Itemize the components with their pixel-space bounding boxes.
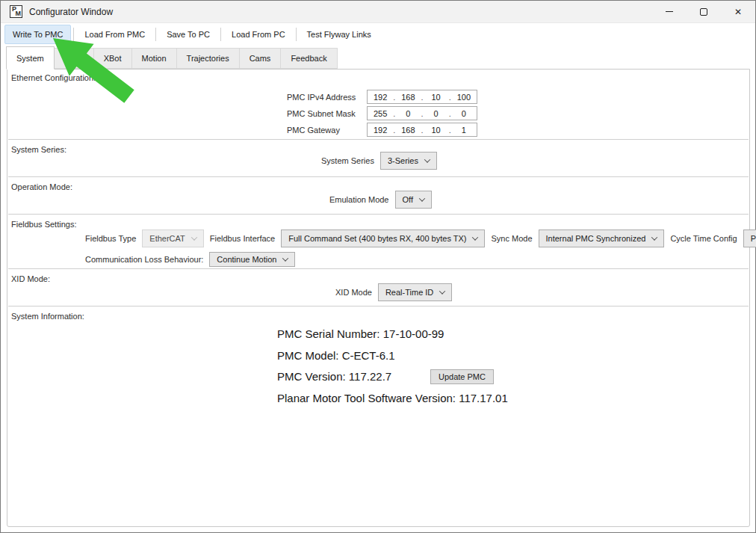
system-info-section-label: System Information: xyxy=(11,312,84,321)
tab-trajectories[interactable]: Trajectories xyxy=(176,48,240,69)
xid-mode-label: XID Mode xyxy=(335,288,372,297)
fieldbus-row-1: Fieldbus Type EtherCAT Fieldbus Interfac… xyxy=(85,229,756,247)
gateway-input[interactable]: 192 168 10 1 xyxy=(367,123,477,137)
software-version: Planar Motor Tool Software Version: 117.… xyxy=(277,392,508,404)
ip-octet[interactable]: 10 xyxy=(424,93,449,102)
gateway-row: PMC Gateway 192 168 10 1 xyxy=(287,123,477,137)
section-divider xyxy=(8,214,749,215)
section-divider xyxy=(8,139,749,140)
fieldbus-type-label: Fieldbus Type xyxy=(85,234,136,243)
pmc-serial-number: PMC Serial Number: 17-10-00-99 xyxy=(277,327,444,340)
ipv4-address-input[interactable]: 192 168 10 100 xyxy=(367,90,477,104)
fieldbus-interface-label: Fieldbus Interface xyxy=(210,234,275,243)
system-tab-page: Ethernet Configuration: PMC IPv4 Address… xyxy=(7,69,750,527)
configurator-window: P M Configurator Window ✕ Write To PMC L… xyxy=(0,0,756,533)
section-divider xyxy=(8,268,749,269)
communication-loss-label: Communication Loss Behaviour: xyxy=(85,255,203,264)
cycle-time-config-label: Cycle Time Config xyxy=(670,234,737,243)
chevron-down-icon xyxy=(282,255,288,261)
chevron-down-icon xyxy=(439,288,445,294)
ip-octet[interactable]: 0 xyxy=(451,109,477,118)
emulation-mode-row: Emulation Mode Off xyxy=(329,191,432,209)
communication-loss-dropdown[interactable]: Continue Motion xyxy=(209,252,295,267)
ip-octet[interactable]: 0 xyxy=(424,109,449,118)
title-bar: P M Configurator Window ✕ xyxy=(1,1,755,23)
sync-mode-dropdown[interactable]: Internal PMC Synchronized xyxy=(539,229,665,247)
fieldbus-section-label: Fieldbus Settings: xyxy=(11,220,76,229)
load-from-pc-button[interactable]: Load From PC xyxy=(223,25,294,44)
maximize-icon xyxy=(700,8,707,16)
system-series-dropdown[interactable]: 3-Series xyxy=(380,152,437,170)
toolbar-separator xyxy=(155,28,156,41)
communication-loss-value: Continue Motion xyxy=(217,255,276,264)
pmc-model: PMC Model: C-ECT-6.1 xyxy=(277,349,395,362)
system-series-label: System Series xyxy=(321,156,374,165)
ip-octet[interactable]: 10 xyxy=(424,126,449,135)
close-icon: ✕ xyxy=(734,7,742,16)
window-title: Configurator Window xyxy=(29,7,113,17)
window-controls: ✕ xyxy=(652,1,755,22)
maximize-button[interactable] xyxy=(687,1,721,22)
section-divider xyxy=(8,176,749,177)
chevron-down-icon xyxy=(419,195,425,201)
tab-feedback[interactable]: Feedback xyxy=(280,48,337,69)
pmc-version: PMC Version: 117.22.7 xyxy=(277,370,391,383)
sync-mode-label: Sync Mode xyxy=(491,234,532,243)
tab-system[interactable]: System xyxy=(6,46,55,70)
ip-octet[interactable]: 192 xyxy=(368,126,393,135)
save-to-pc-button[interactable]: Save To PC xyxy=(158,25,218,44)
system-series-row: System Series 3-Series xyxy=(321,152,437,170)
subnet-mask-row: PMC Subnet Mask 255 0 0 0 xyxy=(287,106,477,120)
operation-mode-section-label: Operation Mode: xyxy=(11,182,72,191)
tab-xbot[interactable]: XBot xyxy=(93,48,132,69)
app-icon-letter-m: M xyxy=(16,10,22,17)
ethernet-section-label: Ethernet Configuration: xyxy=(11,73,96,82)
chevron-down-icon xyxy=(651,234,657,240)
fieldbus-interface-dropdown[interactable]: Full Command Set (400 bytes RX, 400 byte… xyxy=(281,229,485,247)
emulation-mode-value: Off xyxy=(403,195,413,204)
xid-mode-dropdown[interactable]: Real-Time ID xyxy=(378,283,452,301)
ip-octet[interactable]: 0 xyxy=(395,109,421,118)
close-button[interactable]: ✕ xyxy=(721,1,755,22)
toolbar: Write To PMC Load From PMC Save To PC Lo… xyxy=(1,23,755,46)
sync-mode-value: Internal PMC Synchronized xyxy=(546,234,646,243)
ipv4-address-label: PMC IPv4 Address xyxy=(287,93,367,102)
xid-mode-row: XID Mode Real-Time ID xyxy=(335,283,452,301)
test-flyway-links-button[interactable]: Test Flyway Links xyxy=(299,25,379,44)
tab-strip: System XBot Motion Trajectories Cams Fee… xyxy=(7,46,755,69)
gateway-label: PMC Gateway xyxy=(287,126,367,135)
update-pmc-button[interactable]: Update PMC xyxy=(430,369,494,384)
system-series-value: 3-Series xyxy=(388,156,418,165)
load-from-pmc-button[interactable]: Load From PMC xyxy=(76,25,153,44)
app-icon: P M xyxy=(10,5,22,18)
tab-obscured-by-arrow[interactable] xyxy=(54,48,94,69)
emulation-mode-label: Emulation Mode xyxy=(329,195,389,204)
xid-section-label: XID Mode: xyxy=(11,274,50,283)
toolbar-separator xyxy=(73,28,74,41)
system-series-section-label: System Series: xyxy=(11,145,66,154)
minimize-icon xyxy=(666,11,673,12)
cycle-time-config-dropdown[interactable]: PMC 1ms : PLC 2ms xyxy=(743,229,756,247)
cycle-time-config-value: PMC 1ms : PLC 2ms xyxy=(751,234,756,243)
chevron-down-icon xyxy=(191,234,197,240)
ip-octet[interactable]: 100 xyxy=(451,93,477,102)
fieldbus-row-2: Communication Loss Behaviour: Continue M… xyxy=(85,252,295,267)
ip-octet[interactable]: 192 xyxy=(368,93,393,102)
tab-cams[interactable]: Cams xyxy=(239,48,282,69)
fieldbus-interface-value: Full Command Set (400 bytes RX, 400 byte… xyxy=(288,234,466,243)
write-to-pmc-button[interactable]: Write To PMC xyxy=(4,25,71,44)
ip-octet[interactable]: 168 xyxy=(395,93,421,102)
subnet-mask-input[interactable]: 255 0 0 0 xyxy=(367,106,477,120)
fieldbus-type-value: EtherCAT xyxy=(149,234,185,243)
chevron-down-icon xyxy=(472,234,478,240)
ip-octet[interactable]: 168 xyxy=(395,126,421,135)
tab-motion[interactable]: Motion xyxy=(131,48,177,69)
chevron-down-icon xyxy=(424,156,430,162)
ip-octet[interactable]: 1 xyxy=(451,126,477,135)
emulation-mode-dropdown[interactable]: Off xyxy=(395,191,432,209)
xid-mode-value: Real-Time ID xyxy=(385,288,433,297)
minimize-button[interactable] xyxy=(652,1,687,22)
ip-octet[interactable]: 255 xyxy=(368,109,393,118)
fieldbus-type-dropdown[interactable]: EtherCAT xyxy=(142,229,203,247)
section-divider xyxy=(8,306,749,306)
